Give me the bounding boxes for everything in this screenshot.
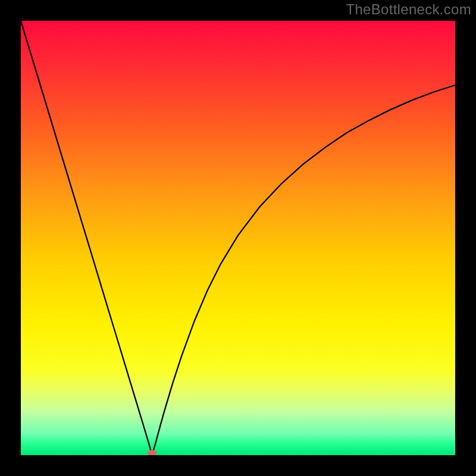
bottleneck-curve	[21, 21, 455, 455]
chart-frame: TheBottleneck.com	[0, 0, 476, 476]
curve-layer	[21, 21, 455, 455]
plot-area	[21, 21, 455, 455]
watermark-text: TheBottleneck.com	[346, 1, 471, 18]
minimum-marker	[147, 450, 156, 455]
